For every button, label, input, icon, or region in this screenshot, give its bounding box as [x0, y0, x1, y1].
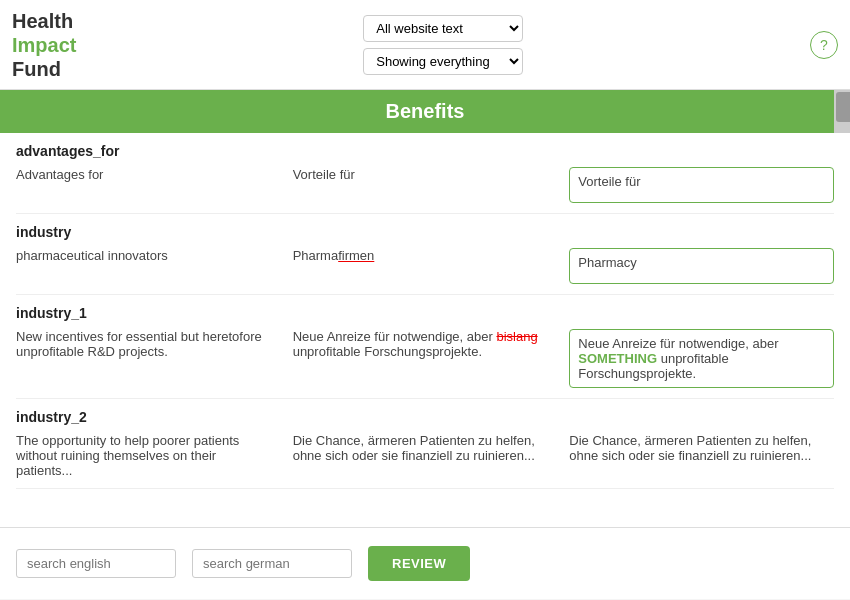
website-text-dropdown[interactable]: All website text Page text only	[363, 15, 523, 42]
row-values: pharmaceutical innovators Pharmafirmen P…	[16, 248, 834, 284]
search-english-input[interactable]	[16, 549, 176, 578]
help-button[interactable]: ?	[810, 31, 838, 59]
de-prefix: Pharma	[293, 248, 339, 263]
section-title-bar: Benefits	[0, 90, 850, 133]
row-advantages-for: advantages_for Advantages for Vorteile f…	[16, 133, 834, 214]
cell-en: New incentives for essential but heretof…	[16, 329, 281, 359]
footer: REVIEW	[0, 527, 850, 599]
row-key: industry_1	[16, 305, 834, 321]
cell-de: Pharmafirmen	[293, 248, 558, 263]
cell-en: Advantages for	[16, 167, 281, 182]
cell-edit[interactable]: Vorteile für	[569, 167, 834, 203]
cell-de: Die Chance, ärmeren Patienten zu helfen,…	[293, 433, 558, 463]
showing-filter-dropdown[interactable]: Showing everything Missing translations	[363, 48, 523, 75]
cell-de: Neue Anreize für notwendige, aber bislan…	[293, 329, 558, 359]
logo: Health Impact Fund	[12, 9, 76, 81]
section-title: Benefits	[386, 100, 465, 122]
cell-en: The opportunity to help poorer patients …	[16, 433, 281, 478]
cell-de: Vorteile für	[293, 167, 558, 182]
logo-health: Health	[12, 9, 76, 33]
row-industry: industry pharmaceutical innovators Pharm…	[16, 214, 834, 295]
scrollbar-thumb	[836, 92, 850, 122]
logo-fund: Fund	[12, 57, 76, 81]
search-german-input[interactable]	[192, 549, 352, 578]
scrollbar[interactable]	[834, 90, 850, 133]
cell-en: pharmaceutical innovators	[16, 248, 281, 263]
row-key: industry	[16, 224, 834, 240]
review-button[interactable]: REVIEW	[368, 546, 470, 581]
row-values: New incentives for essential but heretof…	[16, 329, 834, 388]
row-values: Advantages for Vorteile für Vorteile für	[16, 167, 834, 203]
de-suffix: firmen	[338, 248, 374, 263]
row-key: industry_2	[16, 409, 834, 425]
cell-edit[interactable]: Pharmacy	[569, 248, 834, 284]
header-controls: All website text Page text only Showing …	[363, 15, 523, 75]
cell-edit: Die Chance, ärmeren Patienten zu helfen,…	[569, 433, 834, 463]
row-key: advantages_for	[16, 143, 834, 159]
header: Health Impact Fund All website text Page…	[0, 0, 850, 90]
strikethrough-word: bislang	[496, 329, 537, 344]
highlight-word: SOMETHING	[578, 351, 657, 366]
main-content[interactable]: advantages_for Advantages for Vorteile f…	[0, 133, 850, 527]
logo-impact: Impact	[12, 33, 76, 57]
row-industry-1: industry_1 New incentives for essential …	[16, 295, 834, 399]
row-industry-2: industry_2 The opportunity to help poore…	[16, 399, 834, 489]
cell-edit[interactable]: Neue Anreize für notwendige, aber SOMETH…	[569, 329, 834, 388]
row-values: The opportunity to help poorer patients …	[16, 433, 834, 478]
